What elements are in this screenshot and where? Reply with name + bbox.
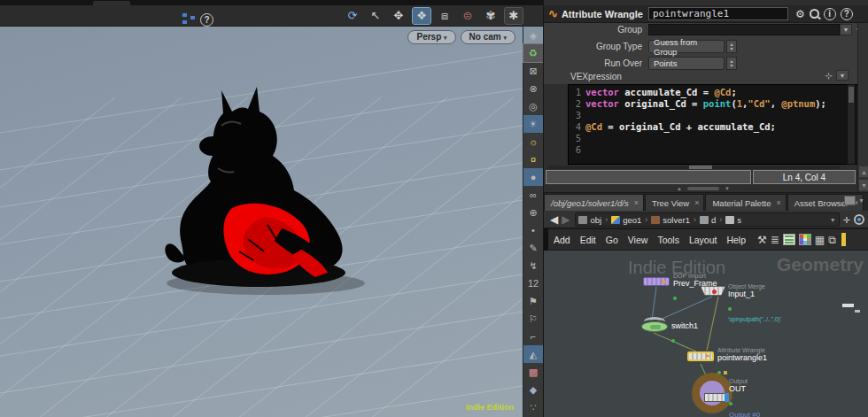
help-icon[interactable]: ? [200, 13, 213, 27]
tab-close-icon[interactable]: × [694, 198, 699, 207]
grid-dots-icon[interactable]: ∵ [523, 398, 544, 416]
shaded-sphere-icon[interactable]: ● [523, 168, 544, 186]
toy-settings-icon[interactable]: ✾ [482, 8, 500, 24]
select-tool-icon[interactable]: ↖ [367, 8, 384, 24]
inspect-lens-icon[interactable]: ◎ [523, 97, 544, 115]
breadcrumb-item-d[interactable]: d [700, 215, 716, 225]
move-handles-icon[interactable]: ✥ [390, 8, 407, 24]
breadcrumb-item-geo1[interactable]: geo1 [611, 215, 641, 225]
code-horizontal-scrollbar[interactable] [547, 166, 840, 169]
node-output-dot[interactable] [729, 402, 732, 405]
group-type-spinner[interactable]: ▴▾ [726, 40, 737, 53]
menu-add[interactable]: Add [554, 235, 570, 245]
info-icon[interactable]: i [824, 8, 836, 20]
diamond-normals-icon[interactable]: ◆ [523, 381, 544, 398]
scene-viewport[interactable]: Persp ▾ No cam ▾ Indie Edition [0, 27, 523, 417]
group-type-select[interactable]: Guess from Group [648, 40, 725, 53]
ruler-icon[interactable]: ⌐ [523, 328, 544, 345]
glasses-add-icon[interactable]: ⊕ [523, 204, 544, 221]
node-output-dot[interactable] [728, 307, 732, 311]
color-palette-icon[interactable] [799, 234, 811, 245]
list-view-icon[interactable] [783, 234, 795, 245]
node-prev_frame[interactable]: ⚑DOP ImportPrev_Frame [643, 277, 670, 286]
group-dropdown-button[interactable]: ▼ [840, 24, 852, 35]
glasses-icon[interactable]: ∞ [523, 186, 544, 204]
scroll-down-button[interactable]: ▼ [859, 180, 868, 190]
link-target-icon[interactable] [854, 214, 864, 225]
layout-dots-icon[interactable] [182, 12, 195, 27]
view-box-icon[interactable]: ⧈ [436, 8, 453, 24]
point-count-label[interactable]: 12 [523, 274, 544, 292]
snap-options-icon[interactable]: ❖ [413, 8, 430, 24]
tab-close-icon[interactable]: × [634, 198, 639, 207]
scroll-up-button[interactable]: ▲ [859, 166, 868, 177]
draw-icon[interactable]: ✎ [523, 239, 544, 257]
headlight-icon[interactable]: ☀ [523, 115, 544, 133]
nav-forward-button[interactable]: ▶ [562, 213, 570, 226]
grid-view-icon[interactable]: ▦ [815, 234, 825, 246]
probe-icon[interactable]: ↯ [523, 257, 544, 274]
pane-menu-chevron-icon[interactable]: ▼ [858, 197, 864, 204]
vex-menu-button[interactable]: ▼ [836, 70, 849, 81]
tab--obj-geo1-solver1-d-s[interactable]: /obj/geo1/solver1/d/s× [544, 194, 644, 211]
breadcrumb-item-obj[interactable]: obj [578, 215, 601, 225]
run-over-select[interactable]: Points [648, 57, 725, 70]
pane-drag-handle[interactable]: ▲▼ [677, 186, 748, 190]
node-output-dot[interactable] [673, 297, 677, 300]
node-shape[interactable] [641, 321, 668, 332]
panel-scrollbar[interactable]: ▲ ▼ [857, 22, 868, 196]
view-tool-icon[interactable]: ⟳ [344, 8, 361, 24]
point-marker-icon[interactable]: • [523, 221, 544, 239]
help-icon[interactable]: ? [841, 8, 853, 20]
menu-tools[interactable]: Tools [657, 235, 679, 245]
vex-plug-icon[interactable]: ⊹ [825, 71, 833, 81]
group-input[interactable] [648, 24, 840, 35]
node-shape[interactable]: ⚑ [643, 277, 670, 286]
bulb-icon[interactable]: ☼ [523, 133, 544, 151]
menu-help[interactable]: Help [726, 235, 746, 245]
breadcrumb-item-s[interactable]: s [725, 215, 741, 225]
node-shape[interactable] [701, 286, 725, 296]
network-editor[interactable]: Indie Edition Geometry ⚑DOP ImportPrev_F… [544, 251, 868, 417]
vex-code-editor[interactable]: 1vector accumulate_Cd = @Cd;2vector orig… [568, 84, 858, 165]
node-name-input[interactable] [648, 7, 788, 20]
run-over-spinner[interactable]: ▴▾ [726, 57, 737, 70]
pane-split-icon[interactable] [844, 196, 856, 205]
view-layers-icon[interactable]: ◈ [523, 27, 544, 44]
menu-view[interactable]: View [628, 235, 648, 245]
tab-close-icon[interactable]: × [776, 198, 780, 207]
flag-icon[interactable]: ⚑ [523, 292, 544, 310]
node-flag-icon[interactable]: ⚑ [705, 352, 710, 360]
no-cam-button[interactable]: No cam ▾ [461, 30, 515, 44]
no-selection-icon[interactable]: ⊜ [459, 8, 477, 24]
tools-icon[interactable]: ⚒ [757, 234, 767, 246]
cone-display-icon[interactable]: ◭ [523, 345, 544, 363]
tab-tree-view[interactable]: Tree View× [645, 194, 705, 211]
tab-material-palette[interactable]: Material Palette× [705, 194, 786, 211]
flag-count-icon[interactable]: ⚐ [523, 310, 544, 328]
gear-icon[interactable]: ⚙ [795, 8, 805, 20]
node-output-dot[interactable] [671, 339, 675, 343]
breadcrumb-item-solver1[interactable]: solver1 [651, 215, 690, 225]
path-dropdown-icon[interactable]: ▼ [830, 217, 836, 223]
node-pointwrangle1[interactable]: ⚑Attribute Wranglepointwrangle1 [687, 351, 714, 361]
search-icon[interactable] [810, 9, 819, 19]
node-input_1[interactable]: Object MergeInput_1'opinputpath("../..",… [701, 286, 725, 296]
code-vertical-scrollbar[interactable] [847, 84, 856, 165]
window-layout-icon[interactable]: ⧉ [828, 234, 836, 246]
tree-list-icon[interactable]: ≣ [771, 234, 779, 246]
menu-edit[interactable]: Edit [580, 235, 596, 245]
node-shape[interactable] [692, 373, 732, 413]
nav-back-button[interactable]: ◀ [550, 213, 558, 226]
node-switch1[interactable]: switch1 [641, 321, 668, 332]
menu-edge-handle[interactable] [544, 228, 548, 251]
pin-x-icon[interactable]: ⊗ [523, 80, 544, 97]
node-shape[interactable]: ⚑ [687, 351, 714, 361]
checker-uv-icon[interactable]: ▩ [523, 363, 544, 381]
pin-light-icon[interactable]: ¤ [523, 151, 544, 168]
lock-icon[interactable]: ⊠ [523, 62, 544, 80]
breadcrumb[interactable]: obj›geo1›solver1›d›s▼ [575, 212, 839, 227]
node-flag-icon[interactable]: ⚑ [661, 278, 666, 286]
persp-button[interactable]: Persp ▾ [407, 30, 455, 44]
pin-icon[interactable]: ✛ [843, 215, 850, 225]
